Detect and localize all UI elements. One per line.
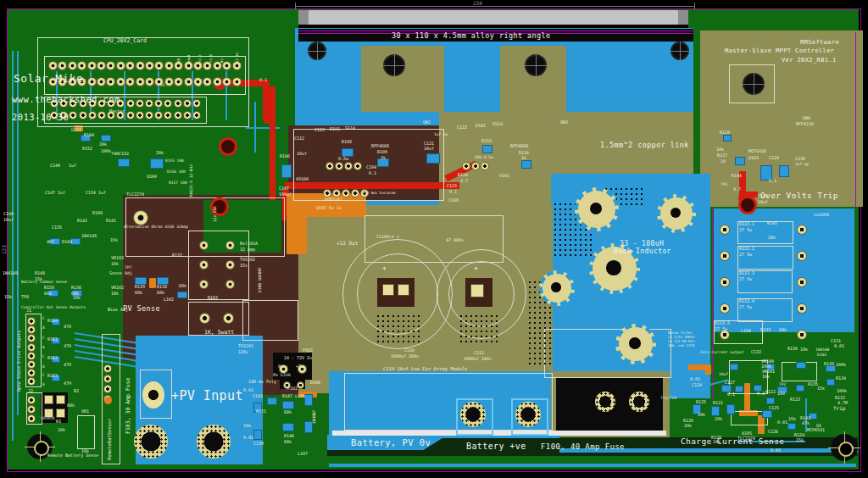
pin-pad [28,406,35,413]
pin-pad [28,361,35,368]
j1-outline [25,314,42,387]
pin-pad [136,112,143,119]
silk-label: 1N4148 [81,234,97,238]
silk-label: Dout [187,54,191,63]
silk-label: +12 Non Isolated [363,192,396,195]
smd-component [736,158,744,164]
silk-label: A [42,383,45,387]
pin-pad [88,78,96,86]
silk-label: 2k [381,156,386,160]
silk-label: D101 [330,127,340,131]
silk-label: 10k [111,292,119,296]
opto-pad [57,396,64,403]
battery-0v-label: Battery, PV 0v [351,438,431,447]
alloy-note: 30 x 110 x 4.5mm alloy right angle [392,32,551,40]
silk-label: QN4 [803,116,810,120]
silk-label: C127 [725,381,735,385]
smd-component [427,154,439,163]
silk-label: Bias Adj [108,308,128,312]
silk-label: R139 [135,285,145,289]
silk-label: V101 [499,174,509,178]
silk-label: 27 5w [739,228,752,232]
silk-label: L104 [741,329,751,333]
silk-label: 712/724 [660,397,676,401]
silk-label: R162 [47,356,58,360]
silk-label: 10k [716,147,724,152]
silk-label: D106 [310,381,320,385]
silk-label: R141 [106,219,116,223]
silk-label: 100 [777,392,785,396]
silk-label: R151 [256,409,266,414]
silk-label: C139 [253,442,264,446]
date-label: 2013-10-30 [12,113,69,122]
smd-component [158,278,168,284]
pin-pad [193,100,200,107]
silk-label: 10k [73,296,81,300]
pin-pad [721,252,729,260]
silk-label: D100 1N4007 [259,267,263,292]
smd-component [282,165,291,177]
pin-pad [28,353,35,359]
cpu-card-header: CPU_20X2_Card [103,38,147,44]
pin-pad [175,100,181,107]
silk-label: 10uf [3,218,14,222]
alloy-block-left [361,46,444,112]
silk-label: C109 [448,198,459,203]
silk-label: 27 5w [715,327,727,331]
silk-label: C125 [769,406,779,410]
orange-pad [104,397,112,404]
silk-label: 1N4148 [815,348,829,353]
battery-fuse-label: F100, 40 Amp Fuse [541,443,625,451]
silk-label: +In [296,364,303,369]
silk-label: 20k [715,417,722,421]
pin-pad [342,190,349,197]
inductor-gear-hole [606,260,621,275]
terminal-pad [460,402,486,427]
pin-pad [798,252,806,260]
silk-label: R160 [47,319,58,323]
pin-pad [80,112,86,119]
silk-label: R114 [458,173,468,177]
silk-label: L107 [298,452,308,456]
silk-label: D102 [476,124,486,128]
silk-label: 68k [44,292,52,296]
silk-label: 10uf [719,373,728,377]
battery-silk-line [332,431,666,436]
smd-component [71,239,80,244]
silk-label: Trip [833,406,845,411]
silk-label: R108 [342,140,352,144]
pin-pad [185,62,192,69]
pin-pad [97,62,105,69]
smd-component [722,386,731,392]
silk-label: R113.5 [715,321,730,325]
silk-label: TLC2274 [126,192,144,197]
silk-label: R121 [713,401,723,405]
silk-label: A [42,365,45,370]
power-res-note: 1K, 5watt [204,330,234,336]
pin-pad [233,78,241,86]
opto-pad [57,409,64,417]
silk-label: MCP6541 [807,428,825,432]
pin-pad [472,163,479,170]
software-brand: RMSoftware [800,40,839,46]
silk-label: R113.3 [739,271,754,275]
pad [200,242,208,249]
pad [134,211,147,225]
silk-label: 12v 20A [214,206,218,222]
silk-label: 74HC132 [111,152,129,156]
remote-sensor-label: RemoteBatSensor [108,418,113,460]
silk-label: 4.7 [460,179,468,183]
pin-pad [214,62,221,69]
orange-part [705,364,711,375]
pin-pad [28,318,35,325]
silk-label: VR102 [111,286,124,290]
smd-component [780,166,788,176]
silk-label: R146 [284,434,294,438]
silk-label: RFP4668 [371,144,389,148]
pad [226,281,234,288]
silk-label: R144 [732,174,742,178]
silk-label: C112 [294,136,304,141]
slot-line2 [855,32,856,207]
silk-label: 0v Link [273,373,291,377]
terminal-pad [595,392,615,412]
